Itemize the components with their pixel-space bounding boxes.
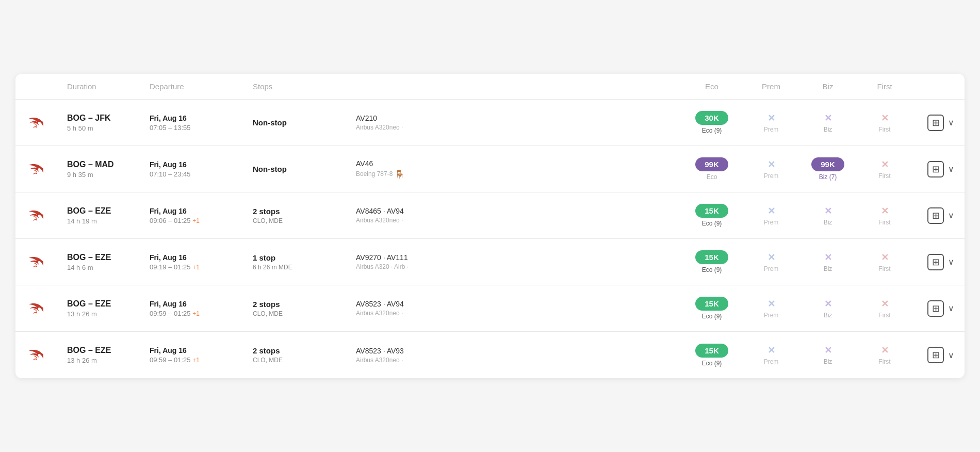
biz-cabin-col[interactable]: ✕ Biz: [799, 345, 856, 365]
duration-text: 9 h 35 m: [67, 171, 150, 179]
biz-cabin-label: Biz: [824, 358, 832, 365]
eco-cabin-col[interactable]: 15K Eco (9): [681, 344, 743, 367]
eco-cabin-label: Eco (9): [702, 266, 722, 273]
expand-button[interactable]: ∨: [948, 164, 954, 174]
first-x-icon: ✕: [881, 345, 889, 356]
first-cabin-col[interactable]: ✕ First: [856, 159, 913, 180]
first-cabin-col[interactable]: ✕ First: [856, 345, 913, 365]
route-text: BOG – EZE: [67, 299, 150, 309]
route-info: BOG – EZE 14 h 6 m: [67, 253, 150, 271]
duration-text: 13 h 26 m: [67, 357, 150, 364]
stops-info: 2 stops CLO, MDE: [253, 346, 356, 364]
prem-cabin-col[interactable]: ✕ Prem: [743, 298, 799, 319]
departure-info: Fri, Aug 16 07:10 – 23:45: [150, 160, 253, 178]
eco-price-badge[interactable]: 99K: [695, 157, 728, 171]
prem-cabin-col[interactable]: ✕ Prem: [743, 205, 799, 226]
departure-date: Fri, Aug 16: [150, 160, 253, 169]
expand-button[interactable]: ∨: [948, 350, 954, 360]
eco-cabin-label: Eco: [707, 173, 717, 181]
biz-cabin-col[interactable]: 99K Biz (7): [799, 157, 856, 181]
table-row: BOG – MAD 9 h 35 m Fri, Aug 16 07:10 – 2…: [15, 146, 965, 192]
eco-cabin-col[interactable]: 15K Eco (9): [681, 250, 743, 273]
biz-cabin-label: Biz: [824, 219, 832, 226]
departure-time: 07:05 – 13:55: [150, 124, 253, 132]
biz-x-icon: ✕: [824, 252, 832, 263]
table-row: BOG – EZE 14 h 6 m Fri, Aug 16 09:19 – 0…: [15, 239, 965, 285]
first-cabin-col[interactable]: ✕ First: [856, 112, 913, 133]
biz-x-icon: ✕: [824, 112, 832, 124]
eco-price-badge[interactable]: 30K: [695, 111, 728, 125]
prem-cabin-label: Prem: [764, 126, 779, 133]
add-button[interactable]: ⊞: [927, 207, 944, 224]
flight-number: AV8523 · AV93: [356, 347, 681, 355]
prem-cabin-col[interactable]: ✕ Prem: [743, 252, 799, 272]
table-row: BOG – EZE 13 h 26 m Fri, Aug 16 09:59 – …: [15, 332, 965, 378]
table-row: BOG – EZE 14 h 19 m Fri, Aug 16 09:06 – …: [15, 192, 965, 239]
first-cabin-col[interactable]: ✕ First: [856, 252, 913, 272]
add-button[interactable]: ⊞: [927, 161, 944, 177]
expand-button[interactable]: ∨: [948, 118, 954, 127]
biz-x-icon: ✕: [824, 345, 832, 356]
action-col: ⊞ ∨: [913, 300, 954, 317]
add-button[interactable]: ⊞: [927, 254, 944, 270]
first-cabin-col[interactable]: ✕ First: [856, 298, 913, 319]
route-info: BOG – EZE 13 h 26 m: [67, 346, 150, 364]
prem-x-icon: ✕: [767, 252, 775, 263]
prem-cabin-col[interactable]: ✕ Prem: [743, 345, 799, 365]
action-col: ⊞ ∨: [913, 115, 954, 131]
aircraft-info: Airbus A320neo ·: [356, 124, 681, 131]
prem-cabin-label: Prem: [764, 172, 779, 180]
prem-cabin-col[interactable]: ✕ Prem: [743, 112, 799, 133]
eco-price-badge[interactable]: 15K: [695, 250, 728, 264]
route-text: BOG – JFK: [67, 114, 150, 123]
add-button[interactable]: ⊞: [927, 300, 944, 317]
eco-cabin-col[interactable]: 15K Eco (9): [681, 204, 743, 227]
action-col: ⊞ ∨: [913, 254, 954, 270]
biz-cabin-col[interactable]: ✕ Biz: [799, 252, 856, 272]
add-button[interactable]: ⊞: [927, 115, 944, 131]
biz-cabin-label: Biz (7): [819, 173, 837, 181]
action-col: ⊞ ∨: [913, 161, 954, 177]
flight-number: AV210: [356, 114, 681, 122]
eco-cabin-col[interactable]: 15K Eco (9): [681, 297, 743, 320]
prem-cabin-label: Prem: [764, 358, 779, 365]
prem-cabin-label: Prem: [764, 312, 779, 319]
route-text: BOG – MAD: [67, 160, 150, 169]
departure-date: Fri, Aug 16: [150, 346, 253, 354]
prem-x-icon: ✕: [767, 345, 775, 356]
biz-cabin-col[interactable]: ✕ Biz: [799, 112, 856, 133]
flight-number: AV8465 · AV94: [356, 207, 681, 215]
departure-date: Fri, Aug 16: [150, 207, 253, 215]
expand-button[interactable]: ∨: [948, 303, 954, 313]
biz-cabin-col[interactable]: ✕ Biz: [799, 298, 856, 319]
first-cabin-col[interactable]: ✕ First: [856, 205, 913, 226]
biz-cabin-label: Biz: [824, 126, 832, 133]
departure-info: Fri, Aug 16 09:06 – 01:25 +1: [150, 207, 253, 224]
aircraft-info: Airbus A320neo ·: [356, 217, 681, 224]
eco-price-badge[interactable]: 15K: [695, 297, 728, 311]
departure-time: 07:10 – 23:45: [150, 170, 253, 178]
stops-label: 1 stop: [253, 253, 356, 262]
add-button[interactable]: ⊞: [927, 347, 944, 363]
expand-button[interactable]: ∨: [948, 211, 954, 220]
eco-price-badge[interactable]: 15K: [695, 344, 728, 358]
airline-logo-cell: [26, 203, 67, 228]
biz-cabin-col[interactable]: ✕ Biz: [799, 205, 856, 226]
eco-cabin-col[interactable]: 99K Eco: [681, 157, 743, 181]
biz-x-icon: ✕: [824, 298, 832, 310]
eco-price-badge[interactable]: 15K: [695, 204, 728, 218]
duration-text: 14 h 6 m: [67, 264, 150, 271]
expand-button[interactable]: ∨: [948, 257, 954, 267]
prem-cabin-col[interactable]: ✕ Prem: [743, 159, 799, 180]
stops-label: Non-stop: [253, 165, 356, 173]
eco-cabin-col[interactable]: 30K Eco (9): [681, 111, 743, 134]
flight-number: AV8523 · AV94: [356, 300, 681, 308]
departure-info: Fri, Aug 16 09:19 – 01:25 +1: [150, 253, 253, 271]
biz-price-badge[interactable]: 99K: [811, 157, 844, 171]
duration-text: 5 h 50 m: [67, 124, 150, 132]
stops-detail: CLO, MDE: [253, 357, 356, 364]
prem-cabin-label: Prem: [764, 219, 779, 226]
first-cabin-label: First: [878, 358, 890, 365]
stops-detail: CLO, MDE: [253, 310, 356, 317]
header-first: First: [856, 82, 913, 91]
